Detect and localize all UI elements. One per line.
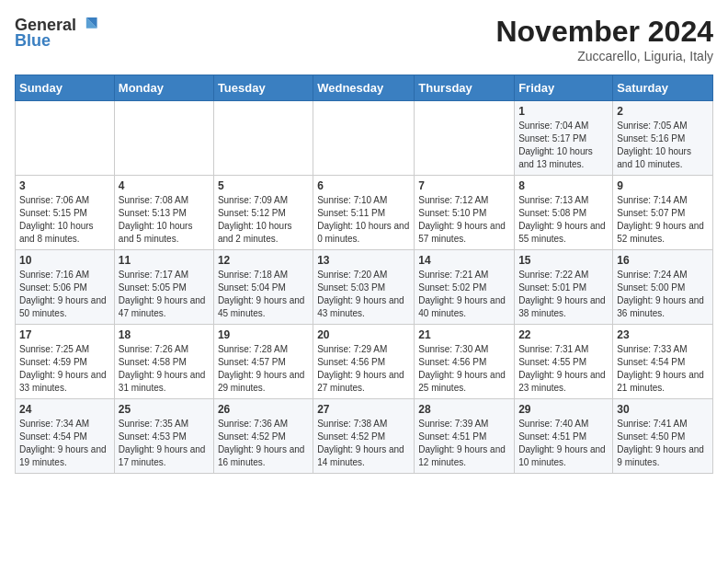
day-number: 25 (119, 403, 210, 416)
calendar-day-cell: 30Sunrise: 7:41 AM Sunset: 4:50 PM Dayli… (613, 399, 713, 474)
day-number: 3 (19, 179, 110, 192)
calendar-day-cell: 19Sunrise: 7:28 AM Sunset: 4:57 PM Dayli… (213, 325, 313, 399)
day-info: Sunrise: 7:06 AM Sunset: 5:15 PM Dayligh… (19, 194, 110, 246)
day-info: Sunrise: 7:33 AM Sunset: 4:54 PM Dayligh… (617, 343, 709, 395)
day-info: Sunrise: 7:39 AM Sunset: 4:51 PM Dayligh… (418, 418, 510, 469)
day-info: Sunrise: 7:34 AM Sunset: 4:54 PM Dayligh… (19, 418, 110, 469)
calendar-day-cell: 9Sunrise: 7:14 AM Sunset: 5:07 PM Daylig… (613, 176, 713, 250)
calendar-day-cell: 14Sunrise: 7:21 AM Sunset: 5:02 PM Dayli… (415, 250, 515, 325)
day-number: 12 (218, 254, 309, 267)
day-info: Sunrise: 7:28 AM Sunset: 4:57 PM Dayligh… (218, 343, 309, 395)
day-number: 2 (617, 105, 709, 118)
page-header: General Blue November 2024 Zuccarello, L… (15, 15, 713, 63)
day-number: 8 (518, 179, 609, 192)
calendar-day-cell: 16Sunrise: 7:24 AM Sunset: 5:00 PM Dayli… (613, 250, 713, 325)
day-number: 16 (617, 254, 709, 267)
calendar-day-cell: 13Sunrise: 7:20 AM Sunset: 5:03 PM Dayli… (313, 250, 415, 325)
day-info: Sunrise: 7:35 AM Sunset: 4:53 PM Dayligh… (119, 418, 210, 469)
calendar-day-cell: 7Sunrise: 7:12 AM Sunset: 5:10 PM Daylig… (415, 176, 515, 250)
day-info: Sunrise: 7:12 AM Sunset: 5:10 PM Dayligh… (418, 194, 510, 246)
day-number: 14 (418, 254, 510, 267)
day-number: 23 (617, 328, 709, 341)
calendar-week-row: 3Sunrise: 7:06 AM Sunset: 5:15 PM Daylig… (16, 176, 713, 250)
day-number: 20 (317, 328, 410, 341)
calendar-day-cell: 11Sunrise: 7:17 AM Sunset: 5:05 PM Dayli… (114, 250, 213, 325)
calendar-day-cell: 10Sunrise: 7:16 AM Sunset: 5:06 PM Dayli… (16, 250, 115, 325)
calendar-day-cell (213, 101, 313, 176)
day-number: 24 (19, 403, 110, 416)
day-info: Sunrise: 7:14 AM Sunset: 5:07 PM Dayligh… (617, 194, 709, 246)
day-of-week-header: Wednesday (313, 75, 415, 101)
calendar-day-cell (415, 101, 515, 176)
calendar-day-cell: 3Sunrise: 7:06 AM Sunset: 5:15 PM Daylig… (16, 176, 115, 250)
calendar-day-cell: 28Sunrise: 7:39 AM Sunset: 4:51 PM Dayli… (415, 399, 515, 474)
calendar-week-row: 17Sunrise: 7:25 AM Sunset: 4:59 PM Dayli… (16, 325, 713, 399)
calendar-day-cell (114, 101, 213, 176)
day-of-week-header: Friday (515, 75, 613, 101)
day-number: 13 (317, 254, 410, 267)
day-number: 10 (19, 254, 110, 267)
day-number: 17 (19, 328, 110, 341)
month-title: November 2024 (495, 15, 713, 49)
day-info: Sunrise: 7:24 AM Sunset: 5:00 PM Dayligh… (617, 269, 709, 320)
day-info: Sunrise: 7:22 AM Sunset: 5:01 PM Dayligh… (518, 269, 609, 320)
day-number: 7 (418, 179, 510, 192)
title-section: November 2024 Zuccarello, Liguria, Italy (495, 15, 713, 63)
calendar-week-row: 24Sunrise: 7:34 AM Sunset: 4:54 PM Dayli… (16, 399, 713, 474)
day-number: 11 (119, 254, 210, 267)
day-number: 26 (218, 403, 309, 416)
day-number: 21 (418, 328, 510, 341)
day-number: 18 (119, 328, 210, 341)
day-number: 6 (317, 179, 410, 192)
calendar-day-cell: 21Sunrise: 7:30 AM Sunset: 4:56 PM Dayli… (415, 325, 515, 399)
calendar-day-cell: 25Sunrise: 7:35 AM Sunset: 4:53 PM Dayli… (114, 399, 213, 474)
calendar-day-cell: 15Sunrise: 7:22 AM Sunset: 5:01 PM Dayli… (515, 250, 613, 325)
calendar-day-cell: 24Sunrise: 7:34 AM Sunset: 4:54 PM Dayli… (16, 399, 115, 474)
day-number: 5 (218, 179, 309, 192)
day-info: Sunrise: 7:18 AM Sunset: 5:04 PM Dayligh… (218, 269, 309, 320)
day-info: Sunrise: 7:25 AM Sunset: 4:59 PM Dayligh… (19, 343, 110, 395)
day-number: 28 (418, 403, 510, 416)
day-number: 19 (218, 328, 309, 341)
day-of-week-header: Tuesday (213, 75, 313, 101)
day-info: Sunrise: 7:26 AM Sunset: 4:58 PM Dayligh… (119, 343, 210, 395)
calendar-day-cell: 17Sunrise: 7:25 AM Sunset: 4:59 PM Dayli… (16, 325, 115, 399)
day-info: Sunrise: 7:38 AM Sunset: 4:52 PM Dayligh… (317, 418, 410, 469)
day-info: Sunrise: 7:29 AM Sunset: 4:56 PM Dayligh… (317, 343, 410, 395)
logo-icon (78, 15, 98, 35)
calendar-day-cell: 6Sunrise: 7:10 AM Sunset: 5:11 PM Daylig… (313, 176, 415, 250)
calendar-day-cell (16, 101, 115, 176)
location-subtitle: Zuccarello, Liguria, Italy (495, 49, 713, 63)
calendar-day-cell: 26Sunrise: 7:36 AM Sunset: 4:52 PM Dayli… (213, 399, 313, 474)
logo-blue-text: Blue (15, 31, 51, 51)
day-info: Sunrise: 7:41 AM Sunset: 4:50 PM Dayligh… (617, 418, 709, 469)
calendar-day-cell: 5Sunrise: 7:09 AM Sunset: 5:12 PM Daylig… (213, 176, 313, 250)
day-of-week-header: Thursday (415, 75, 515, 101)
day-info: Sunrise: 7:36 AM Sunset: 4:52 PM Dayligh… (218, 418, 309, 469)
day-info: Sunrise: 7:31 AM Sunset: 4:55 PM Dayligh… (518, 343, 609, 395)
calendar-header: SundayMondayTuesdayWednesdayThursdayFrid… (16, 75, 713, 101)
day-info: Sunrise: 7:16 AM Sunset: 5:06 PM Dayligh… (19, 269, 110, 320)
calendar-day-cell: 27Sunrise: 7:38 AM Sunset: 4:52 PM Dayli… (313, 399, 415, 474)
calendar-day-cell: 18Sunrise: 7:26 AM Sunset: 4:58 PM Dayli… (114, 325, 213, 399)
calendar-table: SundayMondayTuesdayWednesdayThursdayFrid… (15, 75, 713, 474)
day-info: Sunrise: 7:08 AM Sunset: 5:13 PM Dayligh… (119, 194, 210, 246)
day-info: Sunrise: 7:04 AM Sunset: 5:17 PM Dayligh… (518, 120, 609, 171)
header-row: SundayMondayTuesdayWednesdayThursdayFrid… (16, 75, 713, 101)
calendar-day-cell (313, 101, 415, 176)
calendar-day-cell: 22Sunrise: 7:31 AM Sunset: 4:55 PM Dayli… (515, 325, 613, 399)
day-number: 9 (617, 179, 709, 192)
day-number: 29 (518, 403, 609, 416)
calendar-day-cell: 29Sunrise: 7:40 AM Sunset: 4:51 PM Dayli… (515, 399, 613, 474)
day-of-week-header: Monday (114, 75, 213, 101)
calendar-day-cell: 8Sunrise: 7:13 AM Sunset: 5:08 PM Daylig… (515, 176, 613, 250)
day-number: 15 (518, 254, 609, 267)
logo: General Blue (15, 15, 98, 51)
calendar-day-cell: 2Sunrise: 7:05 AM Sunset: 5:16 PM Daylig… (613, 101, 713, 176)
day-info: Sunrise: 7:21 AM Sunset: 5:02 PM Dayligh… (418, 269, 510, 320)
day-info: Sunrise: 7:13 AM Sunset: 5:08 PM Dayligh… (518, 194, 609, 246)
day-info: Sunrise: 7:09 AM Sunset: 5:12 PM Dayligh… (218, 194, 309, 246)
day-info: Sunrise: 7:10 AM Sunset: 5:11 PM Dayligh… (317, 194, 410, 246)
calendar-body: 1Sunrise: 7:04 AM Sunset: 5:17 PM Daylig… (16, 101, 713, 474)
calendar-day-cell: 4Sunrise: 7:08 AM Sunset: 5:13 PM Daylig… (114, 176, 213, 250)
